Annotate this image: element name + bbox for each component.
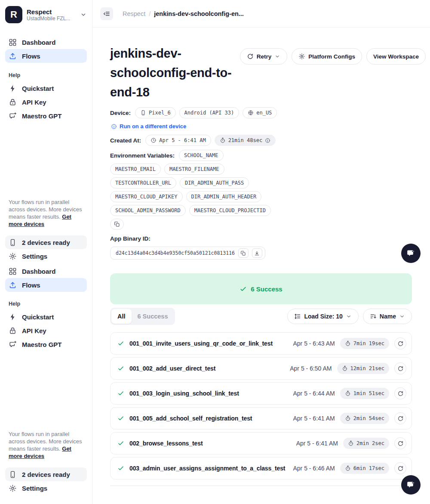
collapse-sidebar-button[interactable] — [100, 7, 113, 20]
sidebar-item-maestro-gpt[interactable]: Maestro GPT — [5, 109, 87, 123]
workspace-org: UstadMobile FZL... — [27, 15, 76, 22]
run-different-device-link[interactable]: Run on a different device — [111, 123, 412, 130]
app-window: R Respect UstadMobile FZL... Dashboard F… — [0, 0, 430, 504]
chat-plus-icon — [9, 112, 17, 120]
env-var-chip: MAESTRO_CLOUD_APIKEY — [110, 191, 183, 202]
download-binary-button[interactable] — [252, 248, 262, 258]
load-size-dropdown[interactable]: Load Size: 10 — [287, 309, 358, 324]
flow-date: Apr 5 - 6:41 AM — [293, 415, 335, 422]
created-at-label: Created At: — [110, 137, 141, 144]
tab-success[interactable]: 6 Success — [132, 309, 174, 324]
sidebar-item-maestro-gpt[interactable]: Maestro GPT — [5, 337, 87, 351]
env-var-chip: SCHOOL_ADMIN_PASSWORD — [110, 205, 186, 216]
assistant-fab[interactable] — [401, 475, 421, 495]
sidebar: R Respect UstadMobile FZL... Dashboard F… — [0, 0, 92, 504]
created-time: Apr 5 - 6:41 AM — [159, 137, 206, 143]
environment-variables-row: Environment Variables: SCHOOL_NAME MAEST… — [110, 150, 274, 230]
view-workspace-label: View Workspace — [373, 53, 419, 60]
check-icon — [117, 415, 124, 422]
stopwatch-icon — [342, 365, 348, 371]
env-var-chip: SCHOOL_NAME — [179, 150, 223, 161]
env-var-chip: TESTCONTROLLER_URL — [110, 177, 176, 189]
env-var: DIR_ADMIN_AUTH_HEADER — [191, 194, 257, 200]
view-workspace-button[interactable]: View Workspace — [366, 48, 426, 65]
retry-icon — [397, 390, 404, 397]
flow-duration: 12min 21sec — [350, 365, 384, 371]
retry-flow-button[interactable] — [394, 362, 406, 374]
retry-flow-button[interactable] — [394, 412, 406, 424]
flow-name: 001_002_add_user_direct_test — [129, 365, 285, 372]
tab-all[interactable]: All — [111, 309, 132, 324]
sidebar-item-label: Settings — [22, 253, 47, 260]
sidebar-item-label: Maestro GPT — [22, 341, 62, 348]
flow-row[interactable]: 001_005_add_school_self_registration_tes… — [110, 407, 412, 430]
sidebar-item-label: Settings — [22, 485, 47, 492]
breadcrumb-workspace[interactable]: Respect — [123, 10, 145, 17]
flow-name: 002_browse_lessons_test — [129, 440, 291, 447]
copy-env-button[interactable] — [110, 219, 124, 230]
dashboard-icon — [9, 38, 17, 46]
app-binary-label: App Binary ID: — [110, 235, 412, 242]
phone-icon — [9, 470, 17, 479]
flow-row[interactable]: 003_admin_user_assigns_assignment_to_a_c… — [110, 457, 412, 479]
info-icon — [265, 138, 270, 143]
sort-dropdown[interactable]: Name — [363, 309, 412, 324]
sidebar-item-dashboard[interactable]: Dashboard — [5, 264, 87, 278]
device-locale-chip: en_US — [243, 107, 277, 118]
check-icon — [117, 340, 124, 347]
sidebar-item-settings[interactable]: Settings — [5, 249, 87, 263]
sidebar-item-quickstart[interactable]: Quickstart — [5, 310, 87, 324]
retry-flow-button[interactable] — [394, 462, 406, 474]
flow-row[interactable]: 001_003_login_using_school_link_test Apr… — [110, 382, 412, 405]
retry-flow-button[interactable] — [394, 437, 406, 449]
retry-icon — [397, 440, 404, 447]
flow-date: Apr 5 - 6:41 AM — [296, 440, 338, 447]
env-var: SCHOOL_NAME — [184, 152, 218, 158]
retry-button[interactable]: Retry — [240, 48, 288, 65]
flow-row[interactable]: 001_002_add_user_direct_test Apr 5 - 6:5… — [110, 357, 412, 380]
platform-configs-button[interactable]: Platform Configs — [292, 48, 362, 65]
filter-row: All 6 Success Load Size: 10 Name — [110, 308, 412, 325]
devices-ready-item[interactable]: 2 devices ready — [5, 235, 87, 249]
lock-icon — [9, 98, 17, 106]
retry-flow-button[interactable] — [394, 387, 406, 399]
flows-upload-icon — [9, 281, 17, 289]
retry-icon — [397, 415, 404, 422]
flow-name: 001_005_add_school_self_registration_tes… — [129, 415, 288, 422]
lock-icon — [9, 327, 17, 335]
flow-duration-chip: 7min 19sec — [340, 338, 389, 349]
phone-icon — [9, 238, 17, 247]
flow-duration-chip: 1min 51sec — [340, 388, 389, 399]
sidebar-item-label: API Key — [22, 327, 46, 334]
breadcrumb-current: jenkins-dev-schoolconfig-en... — [154, 10, 244, 17]
flow-row[interactable]: 001_001_invite_users_using_qr_code_or_li… — [110, 332, 412, 355]
workspace-logo-letter: R — [10, 9, 17, 20]
devices-ready-label: 2 devices ready — [22, 239, 70, 246]
assistant-fab[interactable] — [401, 244, 421, 263]
total-duration-chip: 21min 48sec — [215, 135, 276, 146]
sidebar-item-label: Maestro GPT — [22, 112, 62, 120]
sidebar-item-label: API Key — [22, 99, 46, 106]
flow-row[interactable]: 002_browse_lessons_test Apr 5 - 6:41 AM … — [110, 432, 412, 455]
info-icon — [111, 124, 117, 130]
sidebar-item-settings[interactable]: Settings — [5, 481, 87, 495]
retry-flow-button[interactable] — [394, 337, 406, 349]
workspace-switcher[interactable]: R Respect UstadMobile FZL... — [5, 5, 87, 24]
sidebar-item-flows[interactable]: Flows — [5, 278, 87, 292]
breadcrumb: Respect / jenkins-dev-schoolconfig-en... — [123, 10, 244, 17]
sidebar-item-api-key[interactable]: API Key — [5, 324, 87, 337]
gear-icon — [9, 484, 17, 492]
total-duration: 21min 48sec — [228, 137, 262, 143]
sidebar-item-quickstart[interactable]: Quickstart — [5, 81, 87, 95]
devices-ready-item[interactable]: 2 devices ready — [5, 467, 87, 481]
check-icon — [240, 285, 247, 293]
sidebar-item-dashboard[interactable]: Dashboard — [5, 35, 87, 49]
sidebar-item-api-key[interactable]: API Key — [5, 95, 87, 109]
copy-binary-id-button[interactable] — [238, 248, 249, 258]
flow-date: Apr 5 - 6:43 AM — [293, 340, 335, 347]
env-var: MAESTRO_CLOUD_PROJECTID — [194, 207, 266, 213]
sidebar-item-flows[interactable]: Flows — [5, 49, 87, 63]
check-icon — [117, 465, 124, 472]
stopwatch-icon — [345, 340, 351, 346]
page-title: jenkins-dev-schoolconfig-end-to-end-18 — [110, 44, 240, 102]
